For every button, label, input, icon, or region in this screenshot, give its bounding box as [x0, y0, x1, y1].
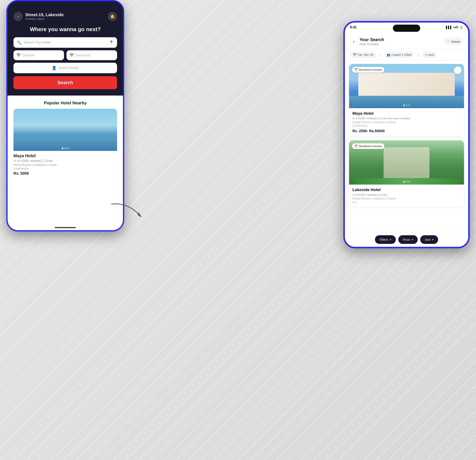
checkin-placeholder: Check-in [22, 53, 35, 57]
breakfast-label-2: Breakfast Included [359, 145, 382, 148]
maya-rating: 4.0 (30+ reviews) | 2.5 km from your loc… [356, 117, 410, 120]
lakeside-amenities-2: 2 b... [352, 201, 461, 204]
img-dot-3 [67, 148, 69, 149]
star-icon-maya: ★ [352, 117, 355, 120]
location-subtitle: Pokhara, Nepal [25, 17, 105, 20]
search-title: Where you wanna go next? [13, 26, 117, 33]
p2-search-header: ‹ Your Search Over 10 hotels ♡ Saved [345, 35, 468, 49]
p2-dot-l2 [406, 181, 407, 183]
checkout-placeholder: Check-out [75, 53, 90, 57]
hotel-card-maya[interactable]: Maya Hotel ★ 4.0 (500+ reviews) | 2.5 km… [13, 109, 117, 178]
p2-back-button[interactable]: ‹ [350, 38, 357, 45]
arrow-graphic [107, 200, 149, 225]
date-cal-icon: 📅 [353, 53, 356, 56]
maya-hotel-image: ⏰ Breakfast Included ♡ [349, 64, 464, 108]
hotel-name-maya-p1: Maya Hotel [13, 153, 117, 158]
bottom-filter-bar: Filters ▾ Price ▾ Sort ▾ [345, 232, 468, 247]
search-button-label: Search [58, 80, 73, 85]
hotel-results-scroll[interactable]: ⏰ Breakfast Included ♡ Maya Hotel [345, 61, 468, 247]
maya-price: Rs. 2500- Rs.50000 [352, 129, 461, 133]
maya-amenities-1: Family Rooms | 1 bedroom | 5 beds [352, 121, 461, 124]
maya-amenities-2: 2 bathrooms [352, 124, 461, 127]
breakfast-icon: ⏰ [355, 68, 358, 71]
phone1-device: ‹ Street-15, Lakeside Pokhara, Nepal 🔔 W… [6, 0, 124, 232]
p2-dot-l3 [408, 181, 410, 183]
home-indicator [55, 227, 76, 228]
saved-button[interactable]: ♡ Saved [444, 38, 463, 45]
battery-icon: 🔋 [459, 26, 463, 29]
p2-search-title: Your Search [360, 37, 444, 42]
back-icon: ‹ [17, 14, 19, 19]
hotel-amenities1-p1: Family Rooms | 1 bedroom | 5 beds [13, 163, 117, 167]
status-bar: 9:41 ▌▌▌ wifi 🔋 [345, 23, 468, 29]
filter-room: 1 room [425, 53, 434, 56]
phone2-device: 9:41 ▌▌▌ wifi 🔋 ‹ Your Search Over 10 ho… [343, 21, 470, 248]
checkout-input[interactable]: 📅 Check-out [67, 50, 117, 60]
p2-dot-3 [408, 105, 410, 106]
maya-hotel-name: Maya Hotel [352, 111, 461, 116]
hotel-card-lakeside[interactable]: ⏰ Breakfast Included Lakeside Hotel ★ [349, 140, 464, 207]
city-hotel-search[interactable]: 🔍 Serach City/ Hotel 📍 [13, 37, 117, 48]
filter-separator-2: | [418, 53, 419, 57]
status-icons: ▌▌▌ wifi 🔋 [446, 25, 463, 29]
saved-label: Saved [451, 40, 460, 43]
popular-hotels-title: Popular Hotel Nearby [13, 100, 117, 105]
breakfast-icon-2: ⏰ [355, 145, 358, 148]
hotel-card-maya-p2[interactable]: ⏰ Breakfast Included ♡ Maya Hotel [349, 64, 464, 136]
breakfast-badge-lakeside: ⏰ Breakfast Included [352, 143, 384, 149]
lakeside-rating: 4.0 (20+ reviews) | 2.5 km [356, 193, 387, 196]
filter-date: Tue, Dec 28 [357, 53, 373, 56]
img-dot-2 [64, 148, 66, 149]
calendar-icon-2: 📅 [69, 53, 74, 57]
filter-guests: 2 guest 1 infant [391, 53, 412, 56]
room-filter[interactable]: 1 room [422, 51, 437, 58]
date-filter[interactable]: 📅 Tue, Dec 28 [350, 51, 376, 58]
lakeside-hotel-name: Lakeside Hotel [352, 187, 461, 192]
breakfast-label: Breakfast Included [359, 68, 382, 71]
search-placeholder: Serach City/ Hotel [24, 41, 109, 44]
hotel-amenities2-p1: 2 bathrooms [13, 167, 117, 170]
hotel-price-p1: Rs. 5000 [13, 171, 117, 176]
notification-button[interactable]: 🔔 [108, 12, 117, 21]
checkin-input[interactable]: 📅 Check-in [13, 50, 64, 60]
search-filters-row: 📅 Tue, Dec 28 | 👥 2 guest 1 infant | 1 r… [345, 49, 468, 61]
guest-details-input[interactable]: 👤 Guest Details [13, 63, 117, 73]
phone1-notch [51, 1, 80, 7]
price-chip[interactable]: Price ▾ [398, 235, 418, 244]
price-label: Price [403, 238, 410, 241]
breakfast-badge-maya: ⏰ Breakfast Included [352, 67, 384, 73]
filters-chip[interactable]: Filters ▾ [375, 235, 396, 244]
bell-icon: 🔔 [110, 14, 115, 19]
guest-placeholder: Guest Details [59, 66, 79, 70]
back-button[interactable]: ‹ [13, 12, 23, 21]
p2-dot-l1 [403, 181, 405, 183]
p2-dot-2 [406, 105, 407, 106]
star-icon: ★ [13, 159, 16, 162]
maya-favorite-button[interactable]: ♡ [454, 67, 461, 74]
p2-dot-1 [403, 105, 405, 106]
guests-filter[interactable]: 👥 2 guest 1 infant [384, 51, 415, 58]
location-name: Street-15, Lakeside [25, 12, 105, 17]
status-time: 9:41 [350, 25, 357, 29]
signal-icon: ▌▌▌ [446, 26, 452, 29]
guest-icon: 👤 [52, 66, 56, 70]
p2-hotel-count: Over 10 hotels [360, 42, 444, 46]
sort-chip[interactable]: Sort ▾ [420, 235, 438, 244]
dynamic-island [393, 25, 420, 32]
filters-chevron: ▾ [390, 238, 391, 241]
pin-icon: 📍 [109, 40, 114, 45]
heart-icon: ♡ [447, 40, 450, 43]
calendar-icon: 📅 [17, 53, 21, 57]
star-icon-lakeside: ★ [352, 193, 355, 196]
price-chevron: ▾ [412, 238, 413, 241]
filters-label: Filters [380, 238, 388, 241]
sort-label: Sort [425, 238, 431, 241]
img-dot-1 [62, 148, 63, 149]
search-button[interactable]: Search [13, 76, 117, 89]
wifi-icon: wifi [453, 25, 458, 29]
hotel-rating-p1: 4.0 (500+ reviews) | 2.5 km [17, 159, 53, 162]
search-icon: 🔍 [17, 40, 21, 45]
filter-separator: | [380, 53, 380, 57]
lakeside-amenities-1: Family Rooms | 1 bedroom | 5 beds [352, 197, 461, 200]
sort-chevron: ▾ [432, 238, 434, 241]
